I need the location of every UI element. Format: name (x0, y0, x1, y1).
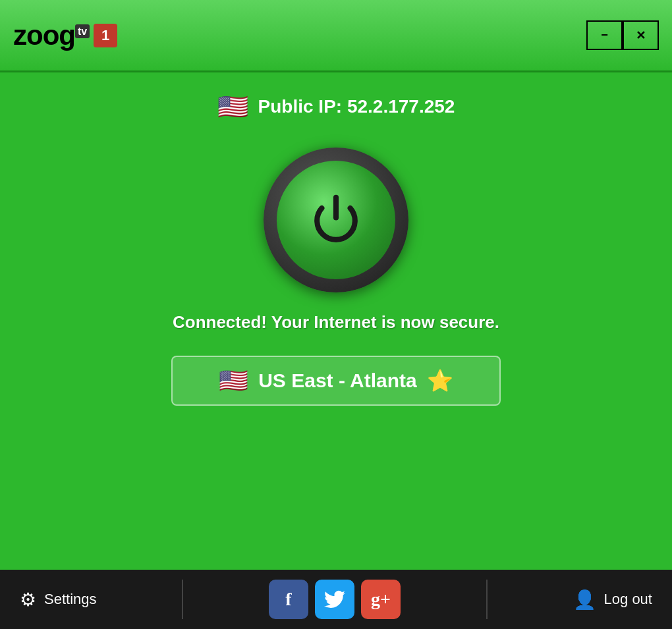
logo-text: zoog (13, 20, 75, 51)
facebook-button[interactable]: f (269, 580, 308, 619)
titlebar: zoogtv 1 − ✕ (0, 0, 672, 72)
settings-area[interactable]: ⚙ Settings (20, 589, 97, 611)
power-inner-circle (277, 161, 395, 279)
status-text: Connected! Your Internet is now secure. (173, 312, 499, 333)
twitter-button[interactable] (315, 580, 354, 619)
location-flag-icon: 🇺🇸 (219, 367, 248, 395)
social-icons-group: f g+ (269, 580, 401, 619)
location-button[interactable]: 🇺🇸 US East - Atlanta ⭐ (171, 356, 501, 406)
logout-area[interactable]: 👤 Log out (573, 589, 652, 611)
user-icon: 👤 (573, 589, 596, 611)
power-icon (306, 190, 366, 250)
logo-tv-superscript: tv (75, 20, 90, 51)
close-button[interactable]: ✕ (623, 20, 659, 50)
ip-bar: 🇺🇸 Public IP: 52.2.177.252 (217, 92, 455, 121)
location-label: US East - Atlanta (258, 369, 417, 392)
divider-left (182, 580, 183, 619)
window-controls: − ✕ (586, 20, 659, 50)
minimize-button[interactable]: − (586, 20, 623, 50)
logout-label: Log out (604, 591, 652, 608)
bottombar: ⚙ Settings f g+ 👤 Log out (0, 570, 672, 629)
ip-address-label: Public IP: 52.2.177.252 (258, 96, 455, 117)
ip-flag-icon: 🇺🇸 (217, 92, 248, 121)
twitter-bird-icon (324, 590, 345, 609)
main-content: 🇺🇸 Public IP: 52.2.177.252 Connected! Yo… (0, 72, 672, 570)
logo-badge: 1 (94, 24, 117, 47)
divider-right (486, 580, 488, 619)
settings-label: Settings (44, 591, 97, 608)
settings-gear-icon: ⚙ (20, 589, 36, 611)
favorite-star-icon: ⭐ (427, 368, 453, 393)
googleplus-button[interactable]: g+ (361, 580, 401, 619)
logo-area: zoogtv 1 (13, 20, 117, 51)
power-button[interactable] (264, 148, 408, 292)
power-outer-ring (264, 148, 408, 292)
